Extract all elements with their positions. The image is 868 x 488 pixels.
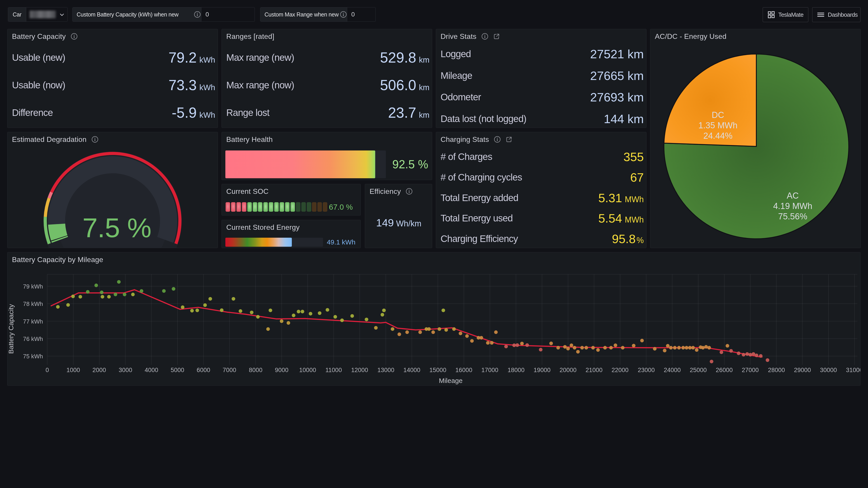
svg-text:DC: DC bbox=[712, 110, 724, 120]
svg-text:0: 0 bbox=[45, 367, 49, 373]
svg-text:13000: 13000 bbox=[377, 367, 394, 373]
svg-text:3000: 3000 bbox=[119, 367, 132, 373]
svg-text:28000: 28000 bbox=[768, 367, 785, 373]
svg-text:76 kWh: 76 kWh bbox=[23, 335, 43, 342]
svg-text:23000: 23000 bbox=[638, 367, 655, 373]
svg-text:4000: 4000 bbox=[145, 367, 158, 373]
svg-text:30000: 30000 bbox=[820, 367, 837, 373]
svg-text:19000: 19000 bbox=[533, 367, 550, 373]
svg-text:27000: 27000 bbox=[742, 367, 758, 373]
svg-text:21000: 21000 bbox=[585, 367, 602, 373]
svg-text:29000: 29000 bbox=[794, 367, 811, 373]
svg-text:Mileage: Mileage bbox=[439, 377, 463, 384]
svg-text:26000: 26000 bbox=[716, 367, 733, 373]
svg-text:14000: 14000 bbox=[403, 367, 420, 373]
svg-text:15000: 15000 bbox=[429, 367, 446, 373]
svg-text:12000: 12000 bbox=[351, 367, 368, 373]
svg-text:AC: AC bbox=[787, 191, 799, 200]
svg-text:5000: 5000 bbox=[170, 367, 184, 373]
svg-text:4.19 MWh: 4.19 MWh bbox=[773, 201, 812, 211]
svg-text:9000: 9000 bbox=[275, 367, 288, 373]
svg-text:79 kWh: 79 kWh bbox=[23, 283, 43, 290]
svg-text:2000: 2000 bbox=[92, 367, 106, 373]
svg-text:8000: 8000 bbox=[249, 367, 262, 373]
svg-text:1000: 1000 bbox=[66, 367, 80, 373]
svg-text:18000: 18000 bbox=[507, 367, 524, 373]
svg-text:16000: 16000 bbox=[455, 367, 472, 373]
svg-text:1.35 MWh: 1.35 MWh bbox=[698, 121, 737, 130]
svg-text:31000: 31000 bbox=[846, 367, 861, 373]
svg-text:24.44%: 24.44% bbox=[704, 131, 733, 140]
svg-text:22000: 22000 bbox=[612, 367, 628, 373]
svg-text:7000: 7000 bbox=[223, 367, 236, 373]
svg-text:78 kWh: 78 kWh bbox=[23, 300, 43, 307]
svg-text:24000: 24000 bbox=[664, 367, 681, 373]
svg-text:20000: 20000 bbox=[559, 367, 577, 373]
svg-text:77 kWh: 77 kWh bbox=[23, 318, 43, 325]
svg-text:25000: 25000 bbox=[690, 367, 707, 373]
svg-text:75.56%: 75.56% bbox=[778, 212, 807, 221]
svg-text:75 kWh: 75 kWh bbox=[23, 353, 43, 360]
svg-text:17000: 17000 bbox=[481, 367, 498, 373]
svg-text:10000: 10000 bbox=[299, 367, 316, 373]
svg-text:Battery Capacity: Battery Capacity bbox=[7, 304, 15, 354]
svg-text:6000: 6000 bbox=[197, 367, 210, 373]
svg-text:11000: 11000 bbox=[325, 367, 342, 373]
